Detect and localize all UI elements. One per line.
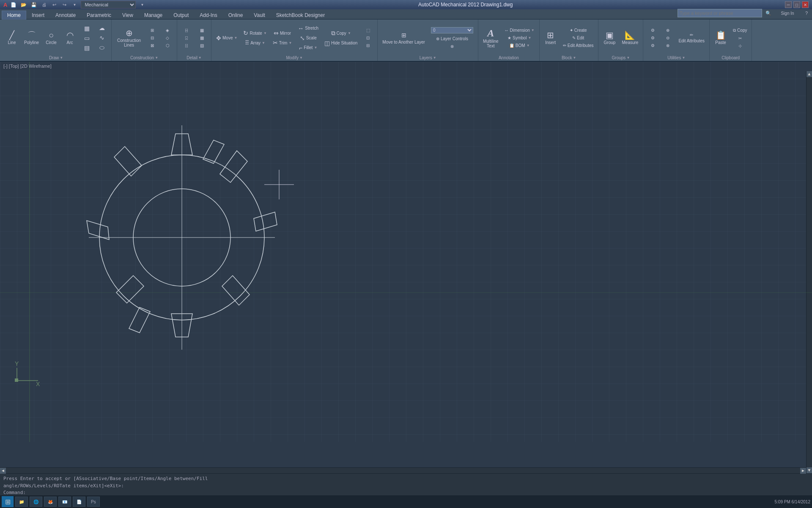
util-btn2[interactable]: ⚙: [646, 34, 659, 41]
drawing-canvas[interactable]: [-] [Top] [2D Wireframe]: [0, 62, 812, 442]
editattributes2-button[interactable]: ✏ Edit Attributes: [676, 31, 707, 44]
taskbar-chrome[interactable]: 🌐: [30, 497, 42, 507]
tab-sketchbook[interactable]: SketchBook Designer: [271, 11, 330, 19]
wipeout-button[interactable]: ▤: [80, 43, 93, 52]
group-button[interactable]: ▣ Group: [601, 30, 618, 46]
layers-group-arrow[interactable]: ▼: [433, 56, 436, 60]
detail-btn1[interactable]: ⌸: [180, 27, 193, 34]
revcloud-button[interactable]: ☁: [95, 23, 109, 33]
create-block-button[interactable]: ✦ Create: [561, 27, 596, 34]
help-button[interactable]: ?: [803, 9, 810, 17]
taskbar-explorer[interactable]: 📁: [15, 497, 28, 507]
workspace-selector[interactable]: Mechanical: [81, 1, 136, 8]
ellipse-button[interactable]: ⬭: [95, 43, 109, 52]
region-button[interactable]: ▭: [80, 33, 93, 43]
insert-button[interactable]: ⊞ Insert: [542, 30, 559, 46]
modify-group-arrow[interactable]: ▼: [299, 56, 303, 60]
taskbar-photoshop[interactable]: Ps: [87, 497, 100, 507]
scale-button[interactable]: ⤡ Scale: [296, 33, 321, 43]
util-btn3[interactable]: ⚙: [646, 42, 659, 49]
detail-btn5[interactable]: ▩: [195, 34, 208, 41]
scroll-left[interactable]: ◄: [0, 468, 6, 474]
move-button[interactable]: ✥ Move ▼: [214, 33, 239, 43]
tab-view[interactable]: View: [117, 11, 139, 19]
horizontal-scrollbar[interactable]: ◄ ►: [0, 467, 806, 473]
mod-btn1[interactable]: ⬚: [361, 27, 375, 34]
editattributes-button[interactable]: ✏ Edit Attributes: [561, 42, 596, 49]
tab-home[interactable]: Home: [2, 11, 26, 19]
tab-vault[interactable]: Vault: [248, 11, 270, 19]
tab-parametric[interactable]: Parametric: [81, 11, 117, 19]
tab-insert[interactable]: Insert: [26, 11, 50, 19]
paste-button[interactable]: 📋 Paste: [712, 30, 729, 46]
spline-button[interactable]: ∿: [95, 33, 109, 42]
qat-new[interactable]: 📄: [10, 1, 17, 8]
minimize-button[interactable]: ─: [785, 1, 792, 8]
constr-btn3[interactable]: ⊠: [145, 42, 159, 49]
array-button[interactable]: ⠿ Array ▼: [241, 38, 269, 47]
detail-btn6[interactable]: ▧: [195, 42, 208, 49]
measure-button[interactable]: 📐 Measure: [620, 30, 640, 46]
layer-select[interactable]: 0: [431, 27, 473, 33]
scroll-right[interactable]: ►: [800, 468, 806, 474]
constr-btn4[interactable]: ◈: [161, 27, 174, 34]
arc-button[interactable]: ◠ Arc: [61, 30, 78, 46]
maximize-button[interactable]: □: [793, 1, 800, 8]
constr-btn5[interactable]: ◇: [161, 34, 174, 41]
scroll-down[interactable]: ▼: [807, 467, 812, 473]
util-btn4[interactable]: ⊕: [661, 27, 675, 34]
tab-manage[interactable]: Manage: [139, 11, 168, 19]
copy-button[interactable]: ⧉ Copy ▼: [322, 28, 359, 38]
tab-online[interactable]: Online: [223, 11, 249, 19]
mod-btn2[interactable]: ⊡: [361, 34, 375, 41]
qat-more[interactable]: ▼: [71, 1, 78, 8]
fillet-button[interactable]: ⌐ Fillet ▼: [296, 43, 321, 52]
constr-btn2[interactable]: ⊟: [145, 34, 159, 41]
movetolayer-button[interactable]: ⊞ Move to Another Layer: [380, 30, 427, 46]
qat-redo[interactable]: ↪: [60, 1, 68, 8]
detail-group-arrow[interactable]: ▼: [198, 56, 202, 60]
circle-button[interactable]: ○ Circle: [43, 30, 60, 46]
layer-btn3[interactable]: ⊗: [429, 43, 475, 50]
qat-print[interactable]: 🖨: [40, 1, 48, 8]
detail-btn4[interactable]: ▦: [195, 27, 208, 34]
search-button[interactable]: 🔍: [765, 9, 772, 17]
search-input[interactable]: [678, 9, 762, 17]
polyline-button[interactable]: ⌒ Polyline: [22, 30, 41, 46]
stretch-button[interactable]: ↔ Stretch: [296, 24, 321, 33]
block-group-arrow[interactable]: ▼: [573, 56, 576, 60]
hidesituation-button[interactable]: ◫ Hide Situation: [322, 39, 359, 48]
bom-button[interactable]: 📋 BOM ▼: [502, 42, 537, 49]
clipboard-copy-button[interactable]: ⧉ Copy: [731, 27, 749, 34]
mirror-button[interactable]: ⇔ Mirror: [271, 28, 294, 38]
rotate-button[interactable]: ↻ Rotate ▼: [241, 28, 269, 38]
util-btn1[interactable]: ⚙: [646, 27, 659, 34]
taskbar-outlook[interactable]: 📧: [58, 497, 71, 507]
utilities-group-arrow[interactable]: ▼: [682, 56, 685, 60]
layer-btn2[interactable]: ⊕Layer Controls: [429, 35, 475, 42]
tab-output[interactable]: Output: [168, 11, 194, 19]
layer-btn1[interactable]: 0: [429, 26, 475, 35]
close-button[interactable]: ✕: [802, 1, 809, 8]
matchprop-button[interactable]: ⊹: [731, 42, 749, 50]
multilinetext-button[interactable]: A MultilineText: [481, 27, 501, 50]
constr-btn1[interactable]: ⊞: [145, 27, 159, 34]
detail-btn2[interactable]: ⌺: [180, 34, 193, 41]
symbol-button[interactable]: ★ Symbol ▼: [502, 34, 537, 41]
qat-open[interactable]: 📂: [20, 1, 27, 8]
util-btn5[interactable]: ⊖: [661, 34, 675, 41]
draw-group-arrow[interactable]: ▼: [60, 56, 63, 60]
cutclip-button[interactable]: ✂: [731, 35, 749, 42]
tab-addins[interactable]: Add-Ins: [194, 11, 222, 19]
start-button[interactable]: ⊞: [2, 496, 14, 507]
construction-group-arrow[interactable]: ▼: [155, 56, 158, 60]
groups-group-arrow[interactable]: ▼: [626, 56, 630, 60]
qat-workspace-arrow[interactable]: ▼: [138, 1, 146, 8]
qat-undo[interactable]: ↩: [50, 1, 58, 8]
taskbar-acrobat[interactable]: 📄: [73, 497, 85, 507]
mod-btn3[interactable]: ⊟: [361, 42, 375, 49]
dimension-button[interactable]: ↔ Dimension ▼: [502, 27, 537, 34]
constr-btn6[interactable]: ⬡: [161, 42, 174, 49]
util-btn6[interactable]: ⊗: [661, 42, 675, 49]
tab-annotate[interactable]: Annotate: [50, 11, 81, 19]
